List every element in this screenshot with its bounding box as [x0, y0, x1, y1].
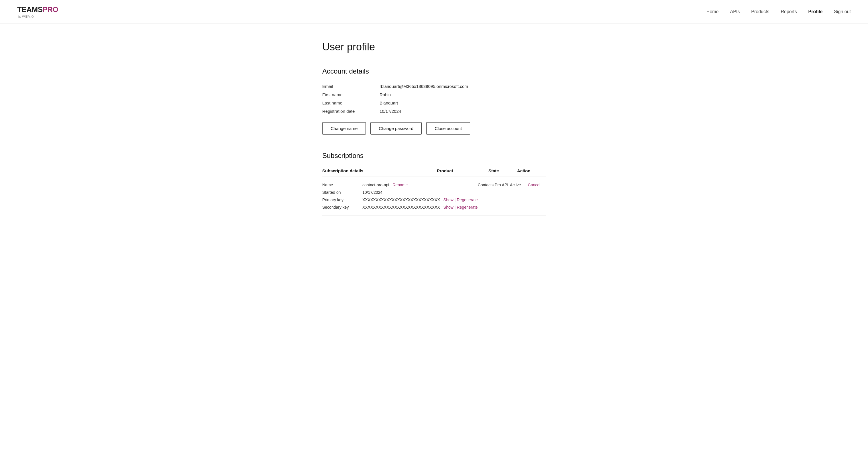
- sub-name-value: contact-pro-api: [362, 182, 389, 187]
- nav-home[interactable]: Home: [707, 9, 719, 14]
- logo-pro-text: PRO: [43, 5, 58, 14]
- regdate-row: Registration date 10/17/2024: [322, 109, 546, 114]
- sub-secondary-key-label: Secondary key: [322, 205, 362, 209]
- sub-started-row: Started on 10/17/2024: [322, 190, 478, 195]
- secondary-key-pipe: |: [455, 205, 456, 209]
- lastname-row: Last name Blanquart: [322, 100, 546, 105]
- nav-products[interactable]: Products: [751, 9, 769, 14]
- subscription-state-col: Active: [510, 182, 528, 187]
- subscription-details-col: Name contact-pro-api Rename Started on 1…: [322, 182, 478, 209]
- sub-primary-key-row: Primary key XXXXXXXXXXXXXXXXXXXXXXXXXXXX…: [322, 198, 478, 202]
- nav-signout[interactable]: Sign out: [834, 9, 851, 14]
- lastname-value: Blanquart: [379, 100, 398, 105]
- sub-primary-key-label: Primary key: [322, 198, 362, 202]
- firstname-value: Robin: [379, 92, 391, 97]
- sub-primary-key-actions: Show | Regenerate: [443, 198, 478, 202]
- main-nav: Home APIs Products Reports Profile Sign …: [707, 9, 851, 14]
- subscription-action-col: Cancel: [528, 182, 546, 187]
- account-section-title: Account details: [322, 67, 546, 75]
- primary-key-pipe: |: [455, 198, 456, 202]
- change-name-button[interactable]: Change name: [322, 122, 366, 135]
- email-row: Email rblanquart@M365x18639095.onmicroso…: [322, 84, 546, 89]
- account-actions: Change name Change password Close accoun…: [322, 122, 546, 135]
- nav-apis[interactable]: APIs: [730, 9, 740, 14]
- subscriptions-section: Subscriptions Subscription details Produ…: [322, 152, 546, 215]
- page-title: User profile: [322, 41, 546, 53]
- sub-started-value: 10/17/2024: [362, 190, 382, 195]
- subscription-row: Name contact-pro-api Rename Started on 1…: [322, 177, 546, 215]
- col-header-details: Subscription details: [322, 168, 437, 173]
- subscription-state-value: Active: [510, 182, 521, 187]
- primary-key-show-link[interactable]: Show: [443, 198, 454, 202]
- subscriptions-section-title: Subscriptions: [322, 152, 546, 160]
- lastname-label: Last name: [322, 100, 379, 105]
- main-content: User profile Account details Email rblan…: [305, 24, 563, 250]
- firstname-row: First name Robin: [322, 92, 546, 97]
- logo: TEAMS PRO by WITIV.IO: [17, 5, 58, 18]
- sub-name-label: Name: [322, 182, 362, 187]
- regdate-value: 10/17/2024: [379, 109, 401, 114]
- sub-started-label: Started on: [322, 190, 362, 195]
- sub-secondary-key-value: XXXXXXXXXXXXXXXXXXXXXXXXXXXXX: [362, 205, 440, 209]
- header: TEAMS PRO by WITIV.IO Home APIs Products…: [0, 0, 868, 24]
- sub-secondary-key-actions: Show | Regenerate: [443, 205, 478, 209]
- secondary-key-show-link[interactable]: Show: [443, 205, 454, 209]
- logo-teams-text: TEAMS: [17, 5, 43, 14]
- close-account-button[interactable]: Close account: [426, 122, 470, 135]
- cancel-subscription-link[interactable]: Cancel: [528, 182, 540, 187]
- sub-name-actions: Rename: [393, 182, 408, 187]
- subscription-product-value: Contacts Pro API: [478, 182, 508, 187]
- nav-reports[interactable]: Reports: [781, 9, 797, 14]
- subscriptions-table-header: Subscription details Product State Actio…: [322, 168, 546, 177]
- logo-by-text: by WITIV.IO: [18, 15, 58, 18]
- subscription-product-col: Contacts Pro API: [478, 182, 510, 187]
- nav-profile[interactable]: Profile: [808, 9, 823, 14]
- firstname-label: First name: [322, 92, 379, 97]
- change-password-button[interactable]: Change password: [370, 122, 422, 135]
- sub-secondary-key-row: Secondary key XXXXXXXXXXXXXXXXXXXXXXXXXX…: [322, 205, 478, 209]
- email-label: Email: [322, 84, 379, 89]
- sub-primary-key-value: XXXXXXXXXXXXXXXXXXXXXXXXXXXXX: [362, 198, 440, 202]
- rename-link[interactable]: Rename: [393, 182, 408, 187]
- col-header-state: State: [489, 168, 517, 173]
- primary-key-regenerate-link[interactable]: Regenerate: [457, 198, 477, 202]
- account-section: Account details Email rblanquart@M365x18…: [322, 67, 546, 135]
- col-header-product: Product: [437, 168, 489, 173]
- col-header-action: Action: [517, 168, 546, 173]
- email-value: rblanquart@M365x18639095.onmicrosoft.com: [379, 84, 468, 89]
- secondary-key-regenerate-link[interactable]: Regenerate: [457, 205, 477, 209]
- sub-name-row: Name contact-pro-api Rename: [322, 182, 478, 187]
- regdate-label: Registration date: [322, 109, 379, 114]
